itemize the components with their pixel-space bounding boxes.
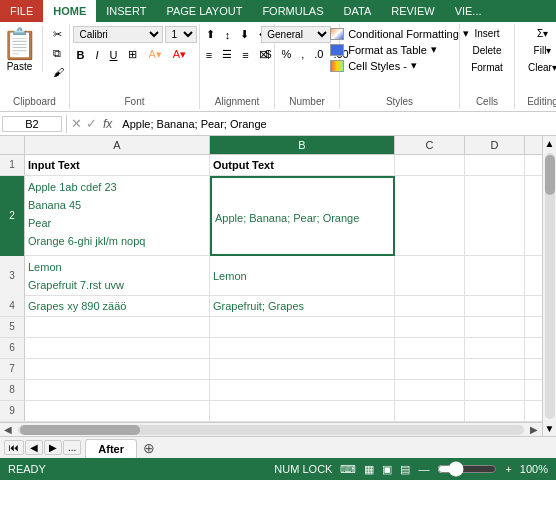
font-size-select[interactable]: 11 [165,26,197,43]
align-center-button[interactable]: ☰ [218,46,236,63]
cell-d6[interactable] [465,338,525,358]
horizontal-scrollbar[interactable]: ◀ ▶ [0,422,542,436]
vertical-scrollbar[interactable]: ▲ ▼ [542,136,556,436]
row-number-6[interactable]: 6 [0,338,25,358]
paste-button[interactable]: 📋 Paste [1,26,43,72]
row-number-8[interactable]: 8 [0,380,25,400]
view-preview-icon[interactable]: ▤ [400,463,410,476]
cell-a7[interactable] [25,359,210,379]
tab-insert[interactable]: INSERT [96,0,156,22]
row-number-3[interactable]: 3 [0,256,25,296]
underline-button[interactable]: U [106,47,122,63]
align-left-button[interactable]: ≡ [202,46,216,63]
cell-d5[interactable] [465,317,525,337]
cell-d2[interactable] [465,176,525,256]
cell-a3[interactable]: Lemon Grapefruit 7.rst uvw [25,256,210,296]
align-right-button[interactable]: ≡ [238,46,252,63]
tab-formulas[interactable]: FORMULAS [252,0,333,22]
tab-review[interactable]: REVIEW [381,0,444,22]
cut-button[interactable]: ✂ [49,26,68,43]
bold-button[interactable]: B [73,47,89,63]
formula-input[interactable] [118,117,554,131]
v-scrollbar-thumb[interactable] [545,155,555,195]
font-color-button[interactable]: A▾ [169,46,190,63]
view-normal-icon[interactable]: ▦ [364,463,374,476]
cell-a6[interactable] [25,338,210,358]
scrollbar-thumb[interactable] [20,425,140,435]
cell-a5[interactable] [25,317,210,337]
cell-c1[interactable] [395,155,465,175]
zoom-in-button[interactable]: + [505,463,511,475]
conditional-formatting-button[interactable]: Conditional Formatting ▾ [328,26,471,41]
cell-b8[interactable] [210,380,395,400]
fill-button[interactable]: Fill▾ [530,43,556,58]
fill-color-button[interactable]: A▾ [144,46,165,63]
row-number-9[interactable]: 9 [0,401,25,421]
row-number-4[interactable]: 4 [0,296,25,316]
tab-file[interactable]: FILE [0,0,43,22]
cell-d9[interactable] [465,401,525,421]
cell-d3[interactable] [465,256,525,296]
confirm-icon[interactable]: ✓ [86,116,97,131]
delete-cells-button[interactable]: Delete [469,43,506,58]
clear-button[interactable]: Clear▾ [524,60,556,75]
v-scrollbar-track[interactable] [545,153,555,419]
cell-d8[interactable] [465,380,525,400]
cell-a4[interactable]: Grapes xy 890 zääö [25,296,210,316]
decrease-decimal-button[interactable]: .0 [310,46,327,62]
cancel-icon[interactable]: ✕ [71,116,82,131]
cell-c3[interactable] [395,256,465,296]
next-sheet-button[interactable]: ▶ [44,440,62,455]
scroll-up-button[interactable]: ▲ [545,136,555,151]
format-painter-button[interactable]: 🖌 [49,64,68,80]
cell-b9[interactable] [210,401,395,421]
scroll-right-button[interactable]: ▶ [526,424,542,435]
scroll-left-button[interactable]: ◀ [0,424,16,435]
cell-a2[interactable]: Apple 1ab cdef 23 Banana 45 Pear Orange … [25,176,210,256]
sheet-tab-after[interactable]: After [85,439,137,459]
currency-button[interactable]: $ [261,46,275,62]
cell-b4[interactable]: Grapefruit; Grapes [210,296,395,316]
cell-d4[interactable] [465,296,525,316]
align-top-button[interactable]: ⬆ [202,26,219,43]
font-family-select[interactable]: Calibri [73,26,163,43]
cell-b7[interactable] [210,359,395,379]
border-button[interactable]: ⊞ [124,46,141,63]
tab-home[interactable]: HOME [43,0,96,22]
zoom-out-button[interactable]: — [418,463,429,475]
cell-d7[interactable] [465,359,525,379]
tab-view[interactable]: VIE... [445,0,492,22]
view-page-icon[interactable]: ▣ [382,463,392,476]
number-format-select[interactable]: General [261,26,331,43]
cell-a1[interactable]: Input Text [25,155,210,175]
cell-b2[interactable]: Apple; Banana; Pear; Orange [210,176,395,256]
prev-sheet-button[interactable]: ◀ [25,440,43,455]
cell-b6[interactable] [210,338,395,358]
col-header-d[interactable]: D [465,136,525,154]
row-number-5[interactable]: 5 [0,317,25,337]
align-middle-button[interactable]: ↕ [221,26,235,43]
cell-c5[interactable] [395,317,465,337]
cell-styles-button[interactable]: Cell Styles - ▾ [328,58,471,73]
col-header-c[interactable]: C [395,136,465,154]
cell-c4[interactable] [395,296,465,316]
zoom-slider[interactable] [437,461,497,477]
row-number-2[interactable]: 2 [0,176,25,256]
copy-button[interactable]: ⧉ [49,45,68,62]
cell-b5[interactable] [210,317,395,337]
last-sheet-button[interactable]: ... [63,440,81,455]
col-header-b[interactable]: B [210,136,395,154]
add-sheet-button[interactable]: ⊕ [137,440,161,456]
row-number-7[interactable]: 7 [0,359,25,379]
cell-reference-input[interactable] [2,116,62,132]
format-as-table-button[interactable]: Format as Table ▾ [328,42,471,57]
cell-c6[interactable] [395,338,465,358]
tab-page-layout[interactable]: PAGE LAYOUT [156,0,252,22]
cell-c8[interactable] [395,380,465,400]
cell-c7[interactable] [395,359,465,379]
cell-c2[interactable] [395,176,465,256]
cell-a8[interactable] [25,380,210,400]
cell-c9[interactable] [395,401,465,421]
scroll-down-button[interactable]: ▼ [545,421,555,436]
percent-button[interactable]: % [277,46,295,62]
